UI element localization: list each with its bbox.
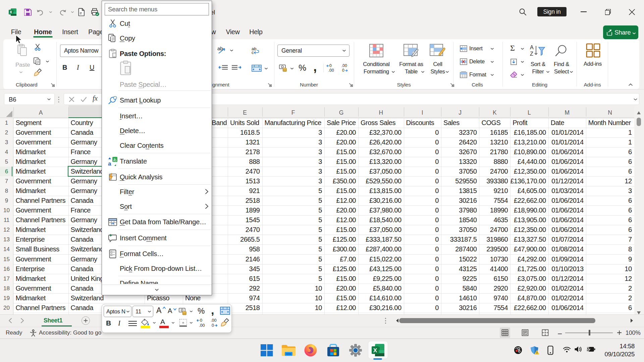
- svg-text:c: c: [252, 50, 254, 54]
- svg-text:.00: .00: [341, 64, 347, 68]
- svg-text:Z: Z: [530, 51, 533, 57]
- svg-text:0: 0: [212, 323, 214, 327]
- svg-text:A: A: [530, 45, 534, 50]
- svg-text:.00: .00: [211, 318, 216, 323]
- svg-text:あ: あ: [113, 158, 117, 162]
- svg-text:0: 0: [329, 64, 332, 68]
- svg-text:.00: .00: [199, 323, 205, 327]
- svg-text:X: X: [10, 10, 12, 14]
- svg-text:X: X: [373, 347, 377, 354]
- svg-text:.00: .00: [328, 68, 334, 72]
- svg-text:a: a: [108, 161, 111, 166]
- svg-text:0: 0: [342, 68, 344, 72]
- svg-text:0: 0: [200, 318, 202, 323]
